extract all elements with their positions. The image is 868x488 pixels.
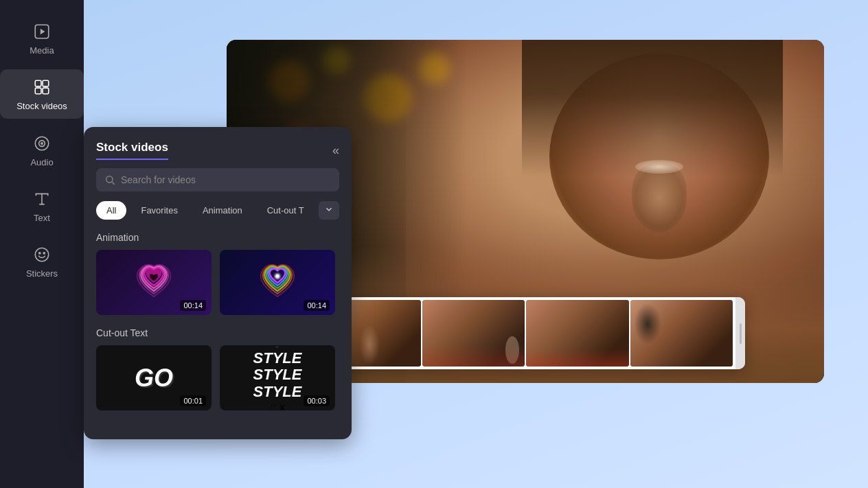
search-input[interactable] [121, 174, 331, 185]
sidebar-item-stock-videos[interactable]: Stock videos [0, 69, 84, 119]
duration-style: 00:03 [304, 395, 330, 406]
stock-panel: Stock videos « All Favorites Animation C… [84, 127, 352, 439]
filter-favorites[interactable]: Favorites [130, 201, 187, 220]
duration-go: 00:01 [180, 395, 206, 406]
animation-grid: 00:14 00:14 [96, 250, 339, 315]
style-suffix: :: x [270, 402, 284, 410]
svg-rect-4 [35, 88, 41, 94]
text-icon [31, 188, 53, 210]
timeline-handle-right[interactable] [735, 297, 745, 369]
cutout-section-label: Cut-out Text [96, 327, 339, 338]
stickers-icon [31, 244, 53, 266]
close-button[interactable]: « [332, 144, 339, 156]
svg-rect-2 [35, 80, 41, 86]
video-thumb-go[interactable]: GO 00:01 [96, 345, 212, 410]
filter-all[interactable]: All [96, 201, 126, 220]
panel-title: Stock videos [96, 141, 168, 160]
svg-point-15 [276, 275, 279, 278]
go-text: GO [135, 364, 173, 393]
grid-icon [31, 76, 53, 98]
sidebar-item-text[interactable]: Text [0, 181, 84, 230]
sidebar-item-stickers[interactable]: Stickers [0, 237, 84, 286]
chevron-down-icon [324, 205, 334, 214]
search-icon [104, 174, 115, 185]
svg-rect-3 [43, 80, 49, 86]
duration-heart-2: 00:14 [304, 300, 330, 311]
svg-point-11 [43, 252, 45, 253]
filter-animation[interactable]: Animation [192, 201, 253, 220]
timeline-frame-4[interactable] [630, 300, 733, 367]
sidebar-item-audio[interactable]: Audio [0, 126, 84, 174]
svg-line-13 [112, 182, 115, 185]
play-icon [31, 21, 53, 43]
sidebar-item-label-text: Text [34, 213, 50, 223]
sidebar: Media Stock videos Audio [0, 0, 84, 488]
svg-rect-5 [43, 88, 49, 94]
sidebar-item-media[interactable]: Media [0, 14, 84, 62]
video-thumb-style[interactable]: :: STYLE STYLE STYLE :: x 00:03 [220, 345, 335, 410]
filter-cutout[interactable]: Cut-out T [257, 201, 315, 220]
sidebar-item-label-stickers: Stickers [26, 268, 58, 279]
sidebar-item-label-media: Media [30, 45, 54, 56]
timeline-strip[interactable] [306, 297, 745, 369]
glass [632, 163, 687, 232]
svg-point-9 [35, 248, 49, 262]
timeline-frame-3[interactable] [526, 300, 629, 367]
animation-section-label: Animation [96, 232, 339, 243]
video-thumb-heart-1[interactable]: 00:14 [96, 250, 212, 315]
svg-point-10 [39, 252, 41, 253]
filter-tabs: All Favorites Animation Cut-out T [96, 201, 339, 220]
glass-rim [635, 160, 683, 174]
style-prefix: :: [275, 345, 279, 349]
svg-point-12 [106, 176, 113, 183]
panel-header: Stock videos « [96, 141, 339, 160]
cutout-grid: GO 00:01 :: STYLE STYLE STYLE :: x 00:03 [96, 345, 339, 410]
filter-more-button[interactable] [319, 201, 339, 220]
svg-marker-1 [41, 29, 45, 35]
style-text: STYLE STYLE STYLE [253, 350, 302, 400]
timeline-frames [315, 297, 735, 369]
search-bar[interactable] [96, 168, 339, 191]
sidebar-item-label-stock: Stock videos [16, 101, 67, 112]
video-thumb-heart-2[interactable]: 00:14 [220, 250, 335, 315]
svg-point-8 [41, 143, 43, 144]
duration-heart-1: 00:14 [180, 300, 206, 311]
audio-icon [31, 132, 53, 154]
heart-animation-rainbow [250, 255, 305, 310]
sidebar-item-label-audio: Audio [30, 157, 53, 167]
heart-animation-pink [126, 255, 181, 310]
hair-top [522, 40, 783, 177]
timeline-frame-2[interactable] [422, 300, 525, 367]
